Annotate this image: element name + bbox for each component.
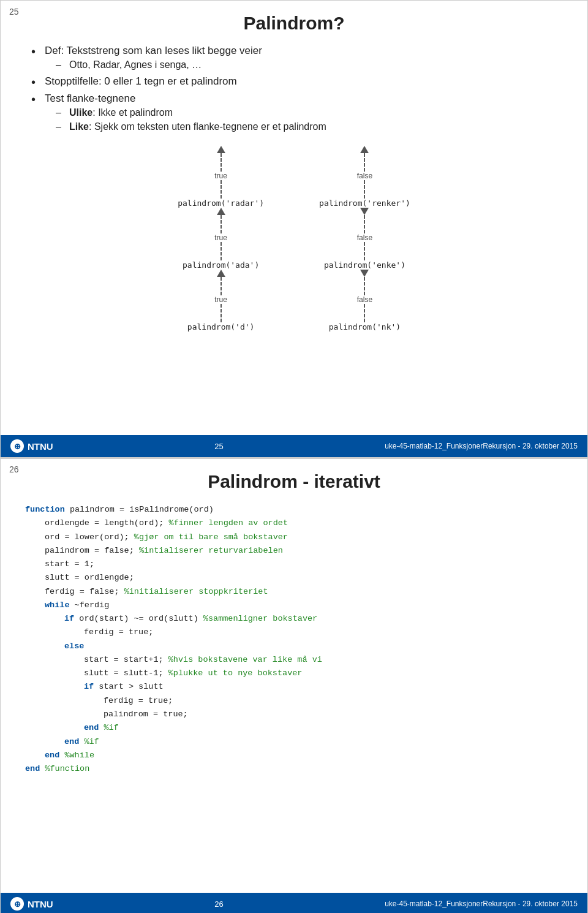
slide-2-number: 26: [9, 464, 19, 474]
comment-3: %gjør om til bare små bokstaver: [134, 532, 288, 542]
bullet-2: Stopptilfelle: 0 eller 1 tegn er et pali…: [31, 75, 563, 88]
code-line-16: palindrom = true;: [25, 708, 563, 721]
slide-1-title: Palindrom?: [25, 13, 563, 34]
code-line-10: ferdig = true;: [25, 626, 563, 639]
arrow-down-r3: [360, 270, 369, 277]
footer-page-2: 26: [214, 900, 223, 909]
node-enke: palindrom('enke'): [324, 260, 405, 270]
code-text-8: ~ferdig: [75, 600, 110, 610]
kw-function: function: [25, 505, 70, 514]
sub-item-3b: Like: Sjekk om teksten uten flanke-tegne…: [56, 121, 563, 132]
node-d: palindrom('d'): [187, 322, 255, 331]
code-text-12: start = start+1;: [84, 655, 168, 664]
diagram-left-col: true palindrom('radar') true palindrom('…: [178, 146, 264, 331]
node-nk: palindrom('nk'): [329, 322, 401, 331]
ntnu-logo-2: ⊕ NTNU: [10, 897, 53, 911]
slide-2-title: Palindrom - iterativt: [25, 471, 563, 492]
code-text-13: slutt = slutt-1;: [84, 669, 168, 678]
diagram-area: true palindrom('radar') true palindrom('…: [25, 146, 563, 331]
diagram-right-col: false palindrom('renker') false palindro…: [319, 146, 410, 331]
comment-18: %if: [84, 737, 99, 746]
code-text-4: palindrom = false;: [45, 546, 139, 555]
dashed-3b: [221, 304, 222, 322]
dashed-1: [221, 153, 222, 172]
code-text-3: ord = lower(ord);: [45, 532, 134, 542]
code-line-13: slutt = slutt-1; %plukke ut to nye bokst…: [25, 667, 563, 680]
dashed-r1b: [364, 180, 365, 199]
arrow-up-2: [217, 208, 225, 215]
code-line-1: function palindrom = isPalindrome(ord): [25, 503, 563, 517]
ntnu-icon-2: ⊕: [10, 897, 24, 911]
node-renker: palindrom('renker'): [319, 199, 410, 208]
bullet-2-text: Stopptilfelle: 0 eller 1 tegn er et pali…: [45, 75, 237, 87]
slide-1-number: 25: [9, 7, 19, 17]
comment-7: %initialiserer stoppkriteriet: [124, 587, 268, 596]
bullet-3-text: Test flanke-tegnene: [45, 93, 135, 104]
code-text-6: slutt = ordlengde;: [45, 573, 134, 582]
sub-item-3a: Ulike: Ikke et palindrom: [56, 107, 563, 118]
code-line-3: ord = lower(ord); %gjør om til bare små …: [25, 531, 563, 544]
kw-else: else: [64, 642, 84, 651]
ntnu-logo-1: ⊕ NTNU: [10, 439, 53, 453]
slide-1-footer: ⊕ NTNU 25 uke-45-matlab-12_FunksjonerRek…: [1, 435, 587, 457]
footer-page-1: 25: [214, 442, 223, 451]
comment-12: %hvis bokstavene var like må vi: [168, 655, 322, 664]
bullet-3: Test flanke-tegnene Ulike: Ikke et palin…: [31, 93, 563, 132]
node-ada: palindrom('ada'): [183, 260, 259, 270]
comment-4: %intialiserer returvariabelen: [139, 546, 283, 555]
label-true-2: true: [214, 233, 227, 242]
dashed-r3b: [364, 304, 365, 322]
arrow-down-r2: [360, 208, 369, 215]
code-line-8: while ~ferdig: [25, 599, 563, 612]
dashed-r3: [364, 277, 365, 295]
label-true-1: true: [214, 172, 227, 180]
ntnu-icon-1: ⊕: [10, 439, 24, 453]
kw-end-while: end: [45, 751, 64, 760]
dashed-2: [221, 215, 222, 233]
code-text-2: ordlengde = length(ord);: [45, 518, 169, 528]
code-line-19: end %while: [25, 749, 563, 762]
label-true-3: true: [214, 295, 227, 304]
bullet-1-text: Def: Tekststreng som kan leses likt begg…: [45, 45, 262, 56]
code-line-20: end %function: [25, 762, 563, 776]
comment-17: %if: [104, 723, 118, 732]
code-line-6: slutt = ordlengde;: [25, 571, 563, 585]
comment-19: %while: [64, 751, 94, 760]
code-line-2: ordlengde = length(ord); %finner lengden…: [25, 517, 563, 530]
code-line-12: start = start+1; %hvis bokstavene var li…: [25, 653, 563, 667]
slide-1: 25 Palindrom? Def: Tekststreng som kan l…: [0, 0, 588, 458]
code-line-18: end %if: [25, 735, 563, 749]
code-line-17: end %if: [25, 721, 563, 735]
kw-end-if-inner: end: [84, 723, 104, 732]
dashed-r1: [364, 153, 365, 172]
code-block: function palindrom = isPalindrome(ord) o…: [25, 503, 563, 776]
bullet-1: Def: Tekststreng som kan leses likt begg…: [31, 45, 563, 70]
code-text-7: ferdig = false;: [45, 587, 124, 596]
comment-9: %sammenligner bokstaver: [203, 614, 317, 623]
code-text-14: start > slutt: [99, 682, 163, 691]
footer-info-2: uke-45-matlab-12_FunksjonerRekursjon - 2…: [385, 900, 578, 908]
code-line-7: ferdig = false; %initialiserer stoppkrit…: [25, 585, 563, 599]
slide-1-bullets: Def: Tekststreng som kan leses likt begg…: [31, 45, 563, 132]
code-line-9: if ord(start) ~= ord(slutt) %sammenligne…: [25, 612, 563, 626]
code-line-4: palindrom = false; %intialiserer returva…: [25, 544, 563, 558]
ntnu-text-2: NTNU: [28, 899, 53, 909]
node-radar: palindrom('radar'): [178, 199, 264, 208]
code-text-5: start = 1;: [45, 559, 94, 569]
code-line-15: ferdig = true;: [25, 694, 563, 708]
code-text-1: palindrom = isPalindrome(ord): [70, 505, 214, 514]
kw-if-1: if: [64, 614, 79, 623]
label-false-3: false: [357, 295, 372, 304]
slide-2-footer: ⊕ NTNU 26 uke-45-matlab-12_FunksjonerRek…: [1, 893, 587, 913]
comment-13: %plukke ut to nye bokstaver: [168, 669, 303, 678]
footer-info-1: uke-45-matlab-12_FunksjonerRekursjon - 2…: [385, 442, 578, 450]
kw-end-if-outer: end: [64, 737, 84, 746]
kw-while: while: [45, 600, 75, 610]
code-text-15: ferdig = true;: [104, 696, 173, 705]
dashed-r2: [364, 215, 365, 233]
code-line-11: else: [25, 640, 563, 653]
slide-2: 26 Palindrom - iterativt function palind…: [0, 458, 588, 913]
arrow-up-1: [217, 146, 225, 153]
dashed-r2b: [364, 242, 365, 260]
code-line-5: start = 1;: [25, 558, 563, 571]
